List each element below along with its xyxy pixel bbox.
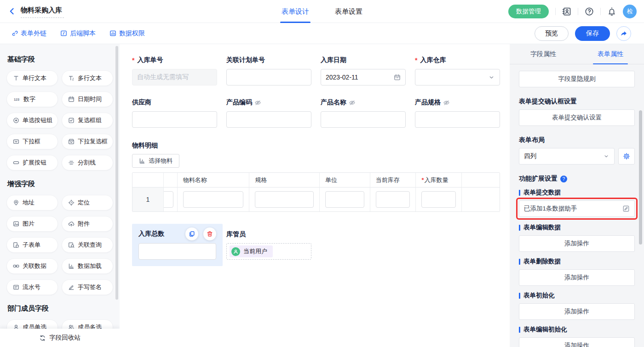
field-pill-subform[interactable]: 子表单 [6,237,58,253]
inbound-qty-input[interactable] [421,191,456,208]
unit-input[interactable] [325,191,364,208]
toolbar-links: 表单外链 后端脚本 数据权限 [11,29,145,38]
field-warehouse[interactable]: *入库仓库 [415,56,500,85]
field-pill-multi-line-text[interactable]: 多行文本 [62,70,113,86]
field-inbound-no[interactable]: *入库单号 自动生成无需填写 [132,56,217,85]
preview-button[interactable]: 预览 [535,26,569,41]
inbound-total-input[interactable] [138,243,216,260]
user-avatar[interactable]: 检 [623,5,637,18]
field-inbound-date[interactable]: 入库日期 2023-02-11 [321,56,406,85]
field-pill-location[interactable]: 定位 [62,195,113,210]
tab-form-properties[interactable]: 表单属性 [577,44,644,64]
inbound-no-input[interactable]: 自动生成无需填写 [132,69,217,85]
field-pill-serial-number[interactable]: 流水号 [6,279,58,295]
field-pill-divider[interactable]: 分割线 [62,155,113,171]
layout-settings-button[interactable] [618,148,635,165]
edit-icon[interactable] [622,205,630,212]
data-permission-button[interactable]: 数据权限 [109,29,145,38]
field-pill-extend-button[interactable]: 扩展按钮 [6,155,58,171]
single-line-text-icon [13,75,19,81]
save-button[interactable]: 保存 [575,26,610,41]
sidebar-scrollbar[interactable] [115,46,118,300]
tab-form-design[interactable]: 表单设计 [282,0,309,23]
divider [578,8,578,15]
field-pill-multi-select[interactable]: 下拉复选框 [62,134,113,149]
material-name-input[interactable] [183,191,244,208]
person-icon [231,247,240,256]
field-pill-select[interactable]: 下拉框 [6,134,58,149]
plan-no-input[interactable] [226,69,311,85]
select-material-button[interactable]: 选择物料 [132,154,179,168]
current-user-tag[interactable]: 当前用户 [230,245,273,257]
clipped-input[interactable] [164,191,173,208]
tab-field-properties[interactable]: 字段属性 [510,44,577,64]
address-icon [13,199,19,206]
field-pill-image[interactable]: 图片 [6,216,58,232]
keeper-input[interactable]: 当前用户 [226,243,311,260]
field-supplier[interactable]: 供应商 [132,98,217,128]
submit-confirm-settings-button[interactable]: 表单提交确认设置 [519,109,635,126]
field-pill-related-data[interactable]: 关联数据 [6,258,58,274]
radio-group-icon [13,117,19,124]
panel-scrollbar[interactable] [639,110,642,245]
product-code-input[interactable] [226,111,311,128]
field-pill-single-line-text[interactable]: 单行文本 [6,70,58,86]
field-pill-datetime[interactable]: 日期时间 [62,91,113,107]
material-subtable[interactable]: 物料名称 规格 单位 当前库存 *入库数量 1 [132,172,500,212]
delete-field-button[interactable] [203,228,216,240]
field-plan-no[interactable]: 关联计划单号 [226,56,311,85]
spec-input[interactable] [255,191,314,208]
notification-bell-icon[interactable] [607,7,616,16]
field-product-spec[interactable]: 产品规格 [415,98,500,128]
current-stock-cell [370,188,416,211]
tab-form-settings[interactable]: 表单设置 [335,0,362,23]
add-action-init-button[interactable]: 添加操作 [519,303,635,320]
field-pill-data-load[interactable]: 数据加载 [62,258,113,274]
field-product-code[interactable]: 产品编码 [226,98,311,128]
data-manage-button[interactable]: 数据管理 [508,5,549,18]
share-button[interactable] [616,26,631,41]
add-action-delete-data-button[interactable]: 添加操作 [519,269,635,286]
current-stock-input[interactable] [376,191,410,208]
calendar-icon [394,74,401,81]
add-action-edit-init-button[interactable]: 添加操作 [519,337,635,347]
inbound-date-input[interactable]: 2023-02-11 [321,69,406,85]
add-action-edit-data-button[interactable]: 添加操作 [519,235,635,252]
form-row-3: 入库总数 库管员 当前用户 [132,224,510,266]
field-pill-address[interactable]: 地址 [6,195,58,210]
product-spec-input[interactable] [415,111,500,128]
copy-field-button[interactable] [185,228,198,240]
data-assistant-box[interactable]: 已添加1条数据助手 [519,200,635,217]
field-pill-attachment[interactable]: 附件 [62,216,113,232]
field-display-rules-button[interactable]: 字段显隐规则 [519,71,635,87]
form-layout-section-title: 表单布局 [519,136,635,144]
help-icon[interactable] [585,7,594,16]
multi-line-text-icon [68,75,75,81]
submit-confirm-section-title: 表单提交确认框设置 [519,97,635,106]
form-title[interactable]: 物料采购入库 [21,5,64,18]
supplier-input[interactable] [132,111,217,128]
data-permission-label: 数据权限 [119,29,145,38]
backend-script-button[interactable]: 后端脚本 [60,29,96,38]
external-link-button[interactable]: 表单外链 [11,29,46,38]
help-icon[interactable]: ? [560,176,567,182]
gear-icon [623,153,630,160]
field-product-name[interactable]: 产品名称 [321,98,406,128]
field-pill-signature[interactable]: 手写签名 [62,279,113,295]
extensions-section-title: 功能扩展设置 ? [519,175,635,183]
field-pill-related-query[interactable]: 关联查询 [62,237,113,253]
address-book-icon[interactable] [562,7,571,16]
field-pill-number[interactable]: 数字 [6,91,58,107]
layout-select[interactable]: 四列 [519,148,615,165]
back-button[interactable] [8,7,16,15]
basic-fields-grid: 单行文本 多行文本 数字 日期时间 单选按钮组 复选框组 下拉框 下拉复选框 扩… [6,70,112,171]
field-recycle-bin-button[interactable]: 字段回收站 [0,329,120,347]
field-pill-checkbox-group[interactable]: 复选框组 [62,113,113,128]
field-inbound-total-selected[interactable]: 入库总数 [132,224,223,266]
field-label: 产品编码 [226,98,252,107]
field-warehouse-keeper[interactable]: 库管员 当前用户 [226,230,311,266]
product-name-input[interactable] [321,111,406,128]
warehouse-select[interactable] [415,69,500,85]
backend-script-label: 后端脚本 [70,29,96,38]
field-pill-radio-group[interactable]: 单选按钮组 [6,113,58,128]
